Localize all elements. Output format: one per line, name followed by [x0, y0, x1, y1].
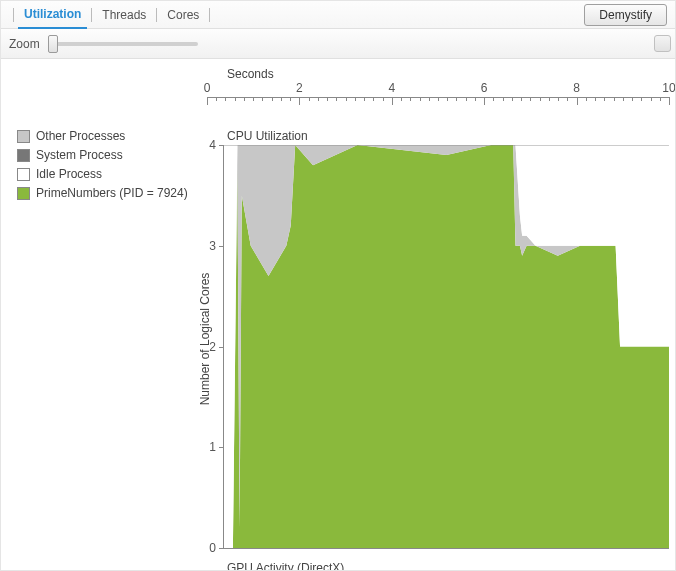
scroll-up-button[interactable] — [654, 35, 671, 52]
xtick — [623, 97, 624, 101]
xtick — [346, 97, 347, 101]
xtick-label: 4 — [388, 81, 395, 95]
legend-swatch — [17, 149, 30, 162]
xtick — [540, 97, 541, 101]
xtick — [438, 97, 439, 101]
ytick — [219, 548, 224, 549]
tab-separator — [91, 8, 92, 22]
legend-item-idle: Idle Process — [17, 165, 191, 183]
legend-label: System Process — [36, 148, 123, 162]
xtick — [660, 97, 661, 101]
xtick — [549, 97, 550, 101]
legend: Other ProcessesSystem ProcessIdle Proces… — [1, 59, 191, 571]
xtick — [373, 97, 374, 101]
zoom-row: Zoom — [1, 29, 675, 59]
xtick — [632, 97, 633, 101]
xtick — [475, 97, 476, 101]
xtick — [586, 97, 587, 101]
xtick — [567, 97, 568, 101]
xtick — [235, 97, 236, 101]
tab-separator — [156, 8, 157, 22]
gpu-chart-title: GPU Activity (DirectX) — [227, 561, 344, 571]
xtick — [272, 97, 273, 101]
xtick — [336, 97, 337, 101]
xtick — [512, 97, 513, 101]
xtick — [530, 97, 531, 101]
xtick — [577, 97, 578, 105]
cpu-chart-title: CPU Utilization — [227, 129, 308, 143]
tab-separator — [13, 8, 14, 22]
xtick — [447, 97, 448, 101]
xtick — [383, 97, 384, 101]
demystify-button[interactable]: Demystify — [584, 4, 667, 26]
tab-separator — [209, 8, 210, 22]
legend-item-prime: PrimeNumbers (PID = 7924) — [17, 184, 191, 202]
legend-item-system: System Process — [17, 146, 191, 164]
xtick — [327, 97, 328, 101]
xtick — [484, 97, 485, 105]
legend-swatch — [17, 187, 30, 200]
ytick-label: 2 — [209, 340, 216, 354]
xtick — [410, 97, 411, 101]
ytick-label: 1 — [209, 440, 216, 454]
xtick — [244, 97, 245, 101]
xtick — [521, 97, 522, 101]
cpu-chart: CPU Utilization Number of Logical Cores … — [207, 129, 669, 549]
legend-label: Other Processes — [36, 129, 125, 143]
ytick-label: 0 — [209, 541, 216, 555]
xtick-label: 8 — [573, 81, 580, 95]
xtick — [466, 97, 467, 101]
legend-label: PrimeNumbers (PID = 7924) — [36, 186, 188, 200]
body: Other ProcessesSystem ProcessIdle Proces… — [1, 59, 675, 571]
xtick — [420, 97, 421, 101]
tab-row: UtilizationThreadsCores Demystify — [1, 1, 675, 29]
xtick — [355, 97, 356, 101]
xtick — [290, 97, 291, 101]
xtick — [614, 97, 615, 101]
xtick — [641, 97, 642, 101]
xtick — [429, 97, 430, 101]
legend-swatch — [17, 130, 30, 143]
legend-swatch — [17, 168, 30, 181]
xtick — [651, 97, 652, 101]
tab-group: UtilizationThreadsCores — [9, 1, 584, 29]
tab-cores[interactable]: Cores — [161, 1, 205, 29]
xtick — [253, 97, 254, 101]
xtick-label: 0 — [204, 81, 211, 95]
xtick — [493, 97, 494, 101]
xtick — [309, 97, 310, 101]
xtick — [503, 97, 504, 101]
ytick-label: 4 — [209, 138, 216, 152]
xaxis: 0246810 — [207, 83, 669, 111]
xtick — [669, 97, 670, 105]
xtick — [262, 97, 263, 101]
xtick — [364, 97, 365, 101]
gpu-chart: GPU Activity (DirectX) 3 — [207, 561, 669, 571]
ytick-label: 3 — [209, 239, 216, 253]
xtick — [225, 97, 226, 101]
tab-threads[interactable]: Threads — [96, 1, 152, 29]
xtick — [216, 97, 217, 101]
legend-item-other: Other Processes — [17, 127, 191, 145]
zoom-label: Zoom — [9, 37, 40, 51]
app-window: UtilizationThreadsCores Demystify Zoom O… — [0, 0, 676, 571]
xtick — [207, 97, 208, 105]
xtick — [456, 97, 457, 101]
xtick — [392, 97, 393, 105]
legend-label: Idle Process — [36, 167, 102, 181]
xtick — [318, 97, 319, 101]
xtick — [595, 97, 596, 101]
xaxis-title: Seconds — [227, 67, 274, 81]
xtick — [558, 97, 559, 101]
zoom-thumb[interactable] — [48, 35, 58, 53]
chart-column: Seconds 0246810 CPU Utilization Number o… — [191, 59, 675, 571]
xtick — [401, 97, 402, 101]
cpu-plot-area: 01234 — [223, 145, 669, 549]
xtick — [299, 97, 300, 105]
xtick — [604, 97, 605, 101]
xtick-label: 6 — [481, 81, 488, 95]
tab-utilization[interactable]: Utilization — [18, 1, 87, 29]
zoom-slider[interactable] — [48, 42, 198, 46]
xtick-label: 2 — [296, 81, 303, 95]
xtick-label: 10 — [662, 81, 675, 95]
